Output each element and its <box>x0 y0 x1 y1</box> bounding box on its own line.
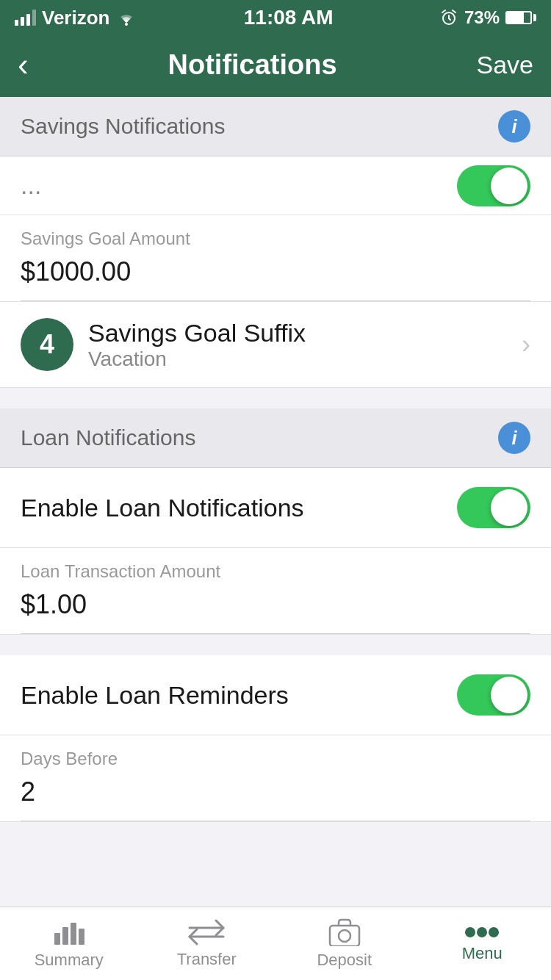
days-before-row: Days Before 2 <box>0 735 551 822</box>
savings-section-header: Savings Notifications i <box>0 97 551 156</box>
svg-rect-3 <box>62 927 68 945</box>
transfer-icon <box>188 919 225 945</box>
loan-header-title: Loan Notifications <box>21 425 195 450</box>
svg-point-11 <box>477 927 487 937</box>
loan-section-header: Loan Notifications i <box>0 408 551 468</box>
suffix-title: Savings Goal Suffix <box>88 319 507 347</box>
svg-point-10 <box>465 927 475 937</box>
svg-rect-2 <box>54 933 60 945</box>
nav-title: Notifications <box>168 49 337 81</box>
svg-rect-4 <box>71 923 76 945</box>
alarm-icon <box>439 8 458 27</box>
tab-deposit[interactable]: Deposit <box>276 918 414 970</box>
partial-toggle-label: ... <box>21 171 41 200</box>
signal-icon <box>15 10 36 26</box>
suffix-subtitle: Vacation <box>88 347 507 371</box>
status-bar-right: 73% <box>439 7 536 28</box>
days-before-label: Days Before <box>21 735 530 769</box>
tab-summary-label: Summary <box>35 951 104 970</box>
status-bar-left: Verizon <box>15 7 137 29</box>
savings-goal-amount-label: Savings Goal Amount <box>21 215 530 249</box>
enable-loan-toggle[interactable] <box>457 487 530 528</box>
section-gap-2 <box>0 635 551 655</box>
loan-info-button[interactable]: i <box>498 422 530 454</box>
svg-point-12 <box>489 927 499 937</box>
section-gap-1 <box>0 388 551 408</box>
savings-header-title: Savings Notifications <box>21 114 225 139</box>
svg-rect-8 <box>330 926 359 946</box>
tab-bar: Summary Transfer Deposit Menu <box>0 907 551 980</box>
content-area: Savings Notifications i ... Savings Goal… <box>0 97 551 907</box>
svg-point-0 <box>125 23 128 26</box>
tab-menu[interactable]: Menu <box>414 925 552 963</box>
savings-goal-amount-row: Savings Goal Amount $1000.00 <box>0 215 551 302</box>
menu-icon <box>463 925 501 940</box>
battery-percent: 73% <box>464 7 500 28</box>
loan-transaction-amount-label: Loan Transaction Amount <box>21 548 530 582</box>
tab-transfer-label: Transfer <box>177 950 237 969</box>
status-bar: Verizon 11:08 AM 73% <box>0 0 551 32</box>
back-button[interactable]: ‹ <box>18 48 29 81</box>
save-button[interactable]: Save <box>477 51 534 79</box>
wifi-icon <box>115 10 137 26</box>
tab-menu-label: Menu <box>462 944 503 963</box>
svg-rect-5 <box>79 929 84 945</box>
savings-goal-suffix-row[interactable]: 4 Savings Goal Suffix Vacation › <box>0 302 551 388</box>
savings-info-button[interactable]: i <box>498 110 530 143</box>
enable-loan-reminders-row: Enable Loan Reminders <box>0 655 551 735</box>
suffix-number-badge: 4 <box>21 318 73 371</box>
tab-transfer[interactable]: Transfer <box>138 919 276 969</box>
carrier-label: Verizon <box>42 7 109 29</box>
days-before-value[interactable]: 2 <box>21 769 530 821</box>
tab-summary[interactable]: Summary <box>0 918 138 970</box>
deposit-icon <box>328 918 361 946</box>
svg-point-9 <box>339 930 350 942</box>
time-label: 11:08 AM <box>244 6 334 29</box>
chart-icon <box>53 918 85 946</box>
enable-loan-notifications-row: Enable Loan Notifications <box>0 468 551 548</box>
nav-bar: ‹ Notifications Save <box>0 32 551 97</box>
savings-partial-toggle[interactable] <box>457 165 530 206</box>
battery-icon <box>505 11 536 24</box>
tab-deposit-label: Deposit <box>317 951 372 970</box>
loan-transaction-amount-row: Loan Transaction Amount $1.00 <box>0 548 551 635</box>
savings-goal-amount-value[interactable]: $1000.00 <box>21 249 530 301</box>
suffix-chevron-icon: › <box>522 329 530 360</box>
enable-loan-label: Enable Loan Notifications <box>21 494 304 522</box>
enable-reminders-label: Enable Loan Reminders <box>21 681 289 710</box>
savings-toggle-partial-row: ... <box>0 156 551 215</box>
loan-transaction-amount-value[interactable]: $1.00 <box>21 582 530 634</box>
enable-reminders-toggle[interactable] <box>457 674 530 716</box>
suffix-text-block: Savings Goal Suffix Vacation <box>88 319 507 371</box>
